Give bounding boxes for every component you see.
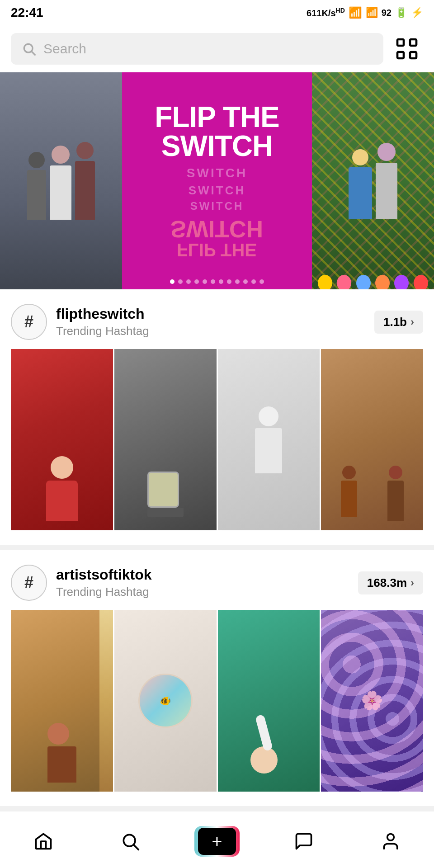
svg-rect-3 [410, 39, 416, 46]
dot-10[interactable] [251, 279, 256, 284]
svg-rect-2 [397, 39, 404, 46]
dot-8[interactable] [235, 279, 240, 284]
hashtag-info-1: fliptheswitch Trending Hashtag [56, 306, 149, 338]
video-thumb-1-2[interactable] [114, 349, 217, 530]
status-time: 22:41 [11, 5, 43, 20]
battery-label: 92 [382, 8, 392, 18]
scan-button[interactable] [391, 33, 423, 65]
hashtag-subtitle-1: Trending Hashtag [56, 324, 149, 338]
video-grid-2: 🐠 🌸 [11, 610, 423, 791]
chevron-right-icon-2: › [410, 576, 414, 589]
video-thumb-1-1[interactable] [11, 349, 113, 530]
banner-right-image [312, 72, 434, 289]
add-button[interactable]: + [194, 826, 240, 857]
video-thumb-2-2[interactable]: 🐠 [114, 610, 217, 791]
dot-5[interactable] [211, 279, 215, 284]
status-bar: 22:41 611K/sHD 📶 📶 92 🔋 ⚡ [0, 0, 434, 25]
video-thumb-2-1[interactable] [11, 610, 113, 791]
signal-icon: 📶 [349, 6, 362, 19]
dot-11[interactable] [259, 279, 264, 284]
divider-2 [0, 806, 434, 811]
dot-7[interactable] [227, 279, 231, 284]
inbox-icon [292, 830, 316, 853]
nav-home[interactable] [7, 823, 80, 859]
svg-rect-4 [397, 52, 404, 58]
nav-search[interactable] [94, 823, 166, 859]
banner-title-line1: FLIP THE [155, 103, 279, 132]
charge-icon: ⚡ [411, 7, 423, 19]
hashtag-header-1: # fliptheswitch Trending Hashtag 1.1b › [11, 304, 423, 340]
promo-banner[interactable]: FLIP THE SWITCH SWITCH SWITCH SWITCH SWI… [0, 72, 434, 289]
hashtag-name-2: artistsoftiktok [56, 566, 152, 583]
search-placeholder: Search [43, 41, 86, 57]
home-icon [32, 830, 55, 853]
dot-0[interactable] [170, 279, 175, 284]
banner-dots [170, 279, 264, 284]
svg-point-8 [387, 834, 394, 840]
hashtag-subtitle-2: Trending Hashtag [56, 585, 152, 599]
content-area: FLIP THE SWITCH SWITCH SWITCH SWITCH SWI… [0, 72, 434, 868]
video-thumb-1-4[interactable] [321, 349, 423, 530]
hashtag-section-fliptheswitch: # fliptheswitch Trending Hashtag 1.1b › [0, 289, 434, 530]
banner-center: FLIP THE SWITCH SWITCH SWITCH SWITCH SWI… [122, 72, 312, 289]
dot-1[interactable] [178, 279, 183, 284]
search-nav-icon [118, 830, 142, 853]
nav-add[interactable]: + [181, 823, 253, 859]
banner-title-flipped2: FLIP THE [177, 241, 257, 259]
search-bar[interactable]: Search [11, 33, 383, 65]
hashtag-count-1[interactable]: 1.1b › [374, 311, 423, 334]
divider-1 [0, 545, 434, 550]
hashtag-info-2: artistsoftiktok Trending Hashtag [56, 566, 152, 599]
dot-2[interactable] [186, 279, 191, 284]
status-icons: 611K/sHD 📶 📶 92 🔋 ⚡ [307, 6, 423, 19]
dot-6[interactable] [219, 279, 223, 284]
hashtag-count-2[interactable]: 168.3m › [358, 571, 423, 594]
profile-icon [379, 830, 402, 853]
hashtag-icon-2: # [11, 565, 47, 601]
hashtag-left-1: # fliptheswitch Trending Hashtag [11, 304, 149, 340]
banner-title-line2: SWITCH [161, 132, 273, 160]
chevron-right-icon-1: › [410, 316, 414, 328]
hashtag-icon-1: # [11, 304, 47, 340]
hashtag-name-1: fliptheswitch [56, 306, 149, 322]
svg-line-7 [134, 845, 138, 849]
dot-4[interactable] [203, 279, 207, 284]
video-thumb-2-3[interactable] [218, 610, 320, 791]
bottom-nav: + [0, 814, 434, 868]
video-thumb-2-4[interactable]: 🌸 [321, 610, 423, 791]
svg-rect-5 [410, 52, 416, 58]
network-speed-label: 611K/sHD [307, 7, 345, 19]
nav-inbox[interactable] [268, 823, 340, 859]
banner-left-image [0, 72, 122, 289]
battery-icon: 🔋 [395, 7, 407, 19]
video-grid-1 [11, 349, 423, 530]
add-plus-icon: + [212, 832, 222, 850]
search-icon [22, 42, 36, 56]
dot-3[interactable] [194, 279, 199, 284]
hashtag-section-artistsoftiktok: # artistsoftiktok Trending Hashtag 168.3… [0, 550, 434, 791]
banner-title-flipped1: SWITCH [170, 217, 263, 241]
dot-9[interactable] [243, 279, 248, 284]
nav-profile[interactable] [354, 823, 427, 859]
hashtag-left-2: # artistsoftiktok Trending Hashtag [11, 565, 152, 601]
video-thumb-1-3[interactable] [218, 349, 320, 530]
search-container: Search [0, 25, 434, 72]
hashtag-header-2: # artistsoftiktok Trending Hashtag 168.3… [11, 565, 423, 601]
svg-line-1 [32, 52, 35, 55]
wifi-icon: 📶 [366, 7, 378, 19]
